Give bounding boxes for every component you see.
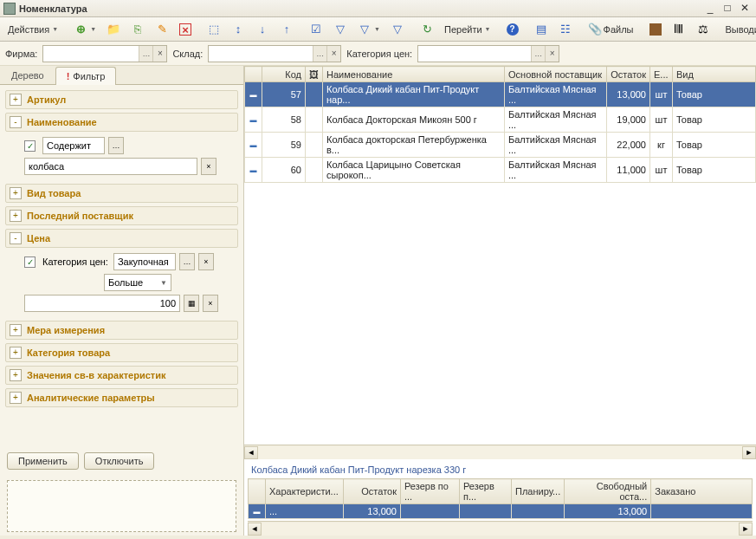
col-code[interactable]: Код (262, 67, 306, 82)
sort-button[interactable]: ↓ (251, 20, 274, 39)
image-button[interactable] (645, 20, 666, 39)
list-button[interactable]: ▤ (530, 20, 552, 39)
scroll-left-button[interactable]: ◄ (244, 446, 258, 459)
chevron-down-icon[interactable]: ▼ (160, 279, 167, 287)
expand-button[interactable]: + (10, 369, 22, 381)
name-mode-select[interactable]: Содержит (42, 137, 105, 154)
move-button[interactable]: ↕ (227, 20, 249, 39)
dcol-plan[interactable]: Планиру... (512, 479, 565, 504)
firm-clear-button[interactable]: × (152, 46, 166, 62)
disable-button[interactable]: Отключить (84, 452, 155, 470)
warehouse-input[interactable] (209, 46, 313, 62)
scroll-right-button[interactable]: ► (742, 446, 756, 459)
filter-itemtype-header[interactable]: + Вид товара (5, 184, 238, 203)
row-expand-icon[interactable]: ▬ (245, 158, 262, 183)
filter-category-header[interactable]: + Категория товара (5, 343, 238, 362)
filter-article-header[interactable]: + Артикул (5, 90, 238, 109)
col-type[interactable]: Вид (673, 67, 756, 82)
delete-button[interactable]: × (175, 20, 196, 39)
warehouse-clear-button[interactable]: × (326, 46, 340, 62)
goto-menu[interactable]: Перейти▼ (440, 20, 495, 39)
edit-button[interactable]: ✎ (151, 20, 173, 39)
files-button[interactable]: 📎Файлы (584, 20, 638, 39)
add-group-button[interactable]: 📁 (102, 20, 125, 39)
tab-filter[interactable]: !Фильтр (55, 67, 117, 85)
select-button[interactable]: ☑ (305, 20, 327, 39)
expand-button[interactable]: + (10, 94, 22, 106)
detail-row[interactable]: ▬ ... 13,000 13,000 (249, 504, 753, 519)
filter-clear-button[interactable]: ▽ (386, 20, 409, 39)
dcol-char[interactable]: Характеристи... (266, 479, 344, 504)
table-row[interactable]: ▬59Колбаса докторская Петербурженка в...… (245, 133, 756, 158)
col-icon[interactable] (245, 67, 262, 82)
name-clear-button[interactable]: × (201, 158, 216, 175)
warehouse-lookup-button[interactable]: … (313, 46, 326, 62)
expand-button[interactable]: + (10, 347, 22, 359)
name-mode-lookup-button[interactable]: … (108, 137, 124, 154)
calculator-button[interactable]: ▦ (184, 295, 199, 312)
col-supplier[interactable]: Основной поставщик (505, 67, 607, 82)
collapse-button[interactable]: - (10, 232, 22, 244)
table-row[interactable]: ▬60Колбаса Царицыно Советская сырокоп...… (245, 158, 756, 183)
expand-button[interactable]: + (10, 324, 22, 336)
dcol-icon[interactable] (249, 479, 266, 504)
firm-input[interactable] (43, 46, 139, 62)
table-row[interactable]: ▬58Колбаса Докторская Микоян 500 гБалтий… (245, 107, 756, 133)
filter2-button[interactable]: ▽▼ (353, 20, 384, 39)
firm-lookup-button[interactable]: … (139, 46, 152, 62)
price-checkbox[interactable] (24, 257, 36, 268)
price-value-input[interactable] (24, 295, 180, 312)
scroll-left-button[interactable]: ◄ (248, 523, 262, 536)
refresh-button[interactable]: ↻ (416, 20, 438, 39)
dcol-free[interactable]: Свободный оста... (565, 479, 651, 504)
main-h-scrollbar[interactable]: ◄ ► (244, 445, 756, 459)
firm-combo[interactable]: … × (42, 45, 167, 62)
filter1-button[interactable]: ▽ (329, 20, 352, 39)
row-expand-icon[interactable]: ▬ (245, 107, 262, 133)
output-menu[interactable]: Выводить▼ (721, 20, 757, 39)
price-cat-input[interactable] (418, 46, 531, 62)
price-cat-lookup-button[interactable]: … (531, 46, 545, 62)
tree-button[interactable]: ☷ (554, 20, 577, 39)
actions-menu[interactable]: Действия▼ (3, 20, 62, 39)
filter-price-header[interactable]: - Цена (5, 229, 238, 248)
table-row[interactable]: ▬57Колбаса Дикий кабан Пит-Продукт нар..… (245, 82, 756, 107)
dcol-resby[interactable]: Резерв по ... (401, 479, 460, 504)
apply-button[interactable]: Применить (7, 452, 79, 470)
filter-analytic-header[interactable]: + Аналитические параметры (5, 388, 238, 407)
weight-button[interactable]: ⚖ (692, 20, 714, 39)
help-button[interactable]: ? (502, 20, 523, 39)
dcol-stock[interactable]: Остаток (344, 479, 401, 504)
row-expand-icon[interactable]: ▬ (245, 82, 262, 107)
minimize-button[interactable]: _ (702, 3, 718, 15)
row-expand-icon[interactable]: ▬ (249, 504, 266, 519)
filter-name-header[interactable]: - Наименование (5, 113, 238, 132)
name-value-input[interactable] (24, 158, 197, 175)
expand-button[interactable]: + (10, 187, 22, 199)
tab-tree[interactable]: Дерево (0, 66, 55, 84)
filter-supplier-header[interactable]: + Последний поставщик (5, 206, 238, 225)
scroll-track[interactable] (258, 446, 742, 459)
filter-uom-header[interactable]: + Мера измерения (5, 321, 238, 340)
col-picture[interactable]: 🖼 (306, 67, 323, 82)
price-cat-select[interactable]: Закупочная (113, 253, 176, 270)
collapse-button[interactable]: - (10, 116, 22, 128)
price-cat-lookup-button[interactable]: … (179, 253, 195, 270)
name-checkbox[interactable] (24, 140, 36, 152)
dcol-resp[interactable]: Резерв п... (460, 479, 512, 504)
scroll-track[interactable] (262, 523, 739, 536)
maximize-button[interactable]: □ (720, 3, 735, 15)
hier-view-button[interactable]: ⬚ (203, 20, 225, 39)
sort2-button[interactable]: ↑ (275, 20, 298, 39)
row-expand-icon[interactable]: ▬ (245, 133, 262, 158)
col-stock[interactable]: Остаток (607, 67, 650, 82)
col-name[interactable]: Наименование (323, 67, 505, 82)
col-unit[interactable]: Е... (650, 67, 673, 82)
price-cat-combo[interactable]: … × (417, 45, 559, 62)
price-clear-button[interactable]: × (203, 295, 218, 312)
copy-button[interactable]: ⎘ (126, 20, 149, 39)
add-button[interactable]: ⊕▼ (69, 20, 100, 39)
close-button[interactable]: ✕ (737, 3, 753, 15)
price-cat-clear-button[interactable]: × (198, 253, 214, 270)
expand-button[interactable]: + (10, 210, 22, 222)
